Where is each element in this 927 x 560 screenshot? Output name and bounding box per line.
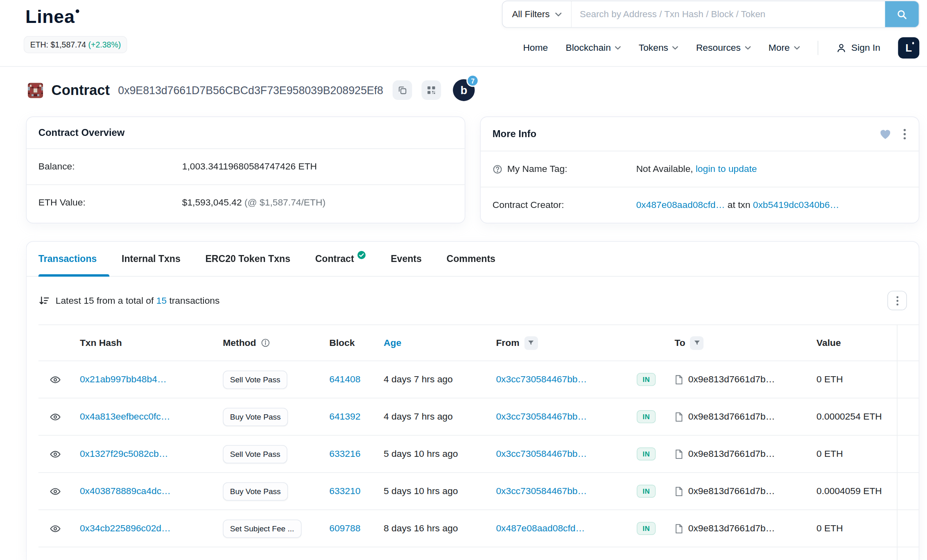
to-address[interactable]: 0x9e813d7661d7b… bbox=[688, 486, 775, 497]
column-label: Method bbox=[223, 337, 256, 348]
tab-internal-txns[interactable]: Internal Txns bbox=[109, 242, 193, 276]
eye-icon bbox=[50, 448, 61, 459]
summary-suffix: transactions bbox=[169, 295, 219, 305]
balance-value: 1,003.34119680584747426 ETH bbox=[182, 161, 317, 172]
blockscan-chat-button[interactable]: b 7 bbox=[453, 79, 475, 101]
age-text: 5 days 10 hrs ago bbox=[384, 486, 458, 497]
to-address[interactable]: 0x9e813d7661d7b… bbox=[688, 411, 775, 422]
txn-value: 0.0004059 ETH bbox=[816, 486, 882, 497]
creator-txn-link[interactable]: 0xb5419dc0340b6… bbox=[753, 200, 839, 210]
sort-icon bbox=[38, 295, 50, 306]
sign-in-button[interactable]: Sign In bbox=[836, 43, 880, 53]
tab-events[interactable]: Events bbox=[378, 242, 434, 276]
txn-hash-link[interactable]: 0x4a813eefbecc0fc… bbox=[80, 411, 170, 422]
person-icon bbox=[836, 43, 846, 53]
block-link[interactable]: 641392 bbox=[329, 411, 360, 422]
from-address-link[interactable]: 0x3cc730584467bb… bbox=[496, 374, 587, 385]
age-sort-link[interactable]: Age bbox=[384, 337, 401, 348]
eth-value-amount: $1,593,045.42 bbox=[182, 197, 242, 208]
contract-file-icon bbox=[674, 486, 683, 497]
qr-code-button[interactable] bbox=[422, 80, 441, 100]
from-address-link[interactable]: 0x3cc730584467bb… bbox=[496, 411, 587, 422]
block-link[interactable]: 633216 bbox=[329, 449, 360, 459]
from-address-link[interactable]: 0x3cc730584467bb… bbox=[496, 449, 587, 459]
block-link[interactable]: 633210 bbox=[329, 486, 360, 497]
linea-logo-dot-icon bbox=[76, 9, 79, 13]
contract-file-icon bbox=[674, 449, 683, 459]
nav-item-resources[interactable]: Resources bbox=[696, 43, 751, 53]
more-info-menu-button[interactable] bbox=[902, 127, 907, 140]
search-button[interactable] bbox=[885, 1, 919, 27]
column-label: To bbox=[674, 337, 685, 348]
block-link[interactable]: 641408 bbox=[329, 374, 360, 385]
login-to-update-link[interactable]: login to update bbox=[696, 164, 757, 174]
from-filter-button[interactable] bbox=[524, 336, 538, 350]
table-summary-row: Latest 15 from a total of 15 transaction… bbox=[27, 277, 919, 325]
tab-contract[interactable]: Contract bbox=[303, 242, 378, 276]
kebab-menu-icon bbox=[903, 129, 906, 139]
copy-address-button[interactable] bbox=[393, 80, 412, 100]
chevron-down-icon bbox=[555, 12, 561, 16]
from-address-link[interactable]: 0x487e08aad08cfd… bbox=[496, 523, 585, 534]
nav-item-home[interactable]: Home bbox=[523, 43, 548, 53]
table-row-partial bbox=[38, 547, 919, 560]
kebab-menu-icon bbox=[896, 296, 898, 305]
contract-address: 0x9E813d7661D7B56CBCd3F73E958039B208925E… bbox=[118, 84, 383, 97]
info-circle-icon[interactable] bbox=[261, 338, 270, 348]
tab-erc20-token-txns[interactable]: ERC20 Token Txns bbox=[193, 242, 303, 276]
search-filter-label: All Filters bbox=[512, 9, 549, 20]
method-badge: Set Subject Fee ... bbox=[223, 519, 301, 537]
tab-transactions[interactable]: Transactions bbox=[38, 242, 109, 276]
direction-badge: IN bbox=[637, 447, 656, 461]
direction-badge: IN bbox=[637, 485, 656, 498]
nav-label: More bbox=[769, 43, 790, 53]
tab-comments[interactable]: Comments bbox=[434, 242, 508, 276]
linea-logo[interactable]: Linea bbox=[25, 7, 79, 28]
name-tag-label-text: My Name Tag: bbox=[507, 164, 568, 174]
at-txn-text: at txn bbox=[728, 200, 751, 210]
table-row: 0x4a813eefbecc0fc… Buy Vote Pass 641392 … bbox=[38, 398, 919, 436]
funnel-icon bbox=[693, 339, 700, 346]
summary-count-link[interactable]: 15 bbox=[156, 295, 167, 305]
preview-txn-button[interactable] bbox=[47, 371, 63, 388]
creator-address-link[interactable]: 0x487e08aad08cfd… bbox=[636, 200, 725, 210]
nav-item-blockchain[interactable]: Blockchain bbox=[566, 43, 621, 53]
favorite-button[interactable] bbox=[877, 127, 892, 140]
search-filter-select[interactable]: All Filters bbox=[502, 1, 572, 27]
direction-badge: IN bbox=[637, 373, 656, 386]
preview-txn-button[interactable] bbox=[47, 520, 63, 537]
from-address-link[interactable]: 0x3cc730584467bb… bbox=[496, 486, 587, 497]
nav-item-tokens[interactable]: Tokens bbox=[639, 43, 678, 53]
qr-code-icon bbox=[426, 85, 436, 95]
main-nav: Home Blockchain Tokens Resources More Si… bbox=[523, 37, 919, 59]
contract-identicon bbox=[28, 82, 43, 98]
preview-txn-button[interactable] bbox=[47, 483, 63, 499]
eth-price-badge[interactable]: ETH: $1,587.74 (+2.38%) bbox=[24, 36, 127, 53]
search-input[interactable] bbox=[572, 1, 885, 27]
contract-file-icon bbox=[674, 412, 683, 422]
name-tag-label: My Name Tag: bbox=[493, 164, 636, 174]
method-badge: Buy Vote Pass bbox=[223, 408, 288, 426]
linea-app-button[interactable]: L bbox=[898, 37, 919, 59]
notification-count-badge: 7 bbox=[466, 75, 479, 87]
to-address[interactable]: 0x9e813d7661d7b… bbox=[688, 374, 775, 385]
preview-txn-button[interactable] bbox=[47, 409, 63, 425]
to-address[interactable]: 0x9e813d7661d7b… bbox=[688, 523, 775, 534]
txn-hash-link[interactable]: 0x403878889ca4dc… bbox=[80, 486, 171, 497]
txn-hash-link[interactable]: 0x21ab997bb48b4… bbox=[80, 374, 167, 385]
nav-label: Home bbox=[523, 43, 548, 53]
blockscan-letter: b bbox=[461, 84, 468, 97]
age-text: 8 days 16 hrs ago bbox=[384, 523, 458, 534]
nav-item-more[interactable]: More bbox=[769, 43, 800, 53]
eth-value: $1,593,045.42 (@ $1,587.74/ETH) bbox=[182, 197, 326, 208]
balance-row: Balance: 1,003.34119680584747426 ETH bbox=[27, 149, 465, 185]
txn-hash-link[interactable]: 0x34cb225896c02d… bbox=[80, 523, 171, 534]
preview-txn-button[interactable] bbox=[47, 446, 63, 462]
top-bar: Linea ETH: $1,587.74 (+2.38%) All Filter… bbox=[0, 0, 927, 67]
block-link[interactable]: 609788 bbox=[329, 523, 360, 534]
to-address[interactable]: 0x9e813d7661d7b… bbox=[688, 449, 775, 459]
table-options-button[interactable] bbox=[887, 291, 907, 310]
txn-hash-link[interactable]: 0x1327f29c5082cb… bbox=[80, 449, 168, 459]
more-info-header: More Info bbox=[481, 117, 919, 151]
to-filter-button[interactable] bbox=[690, 336, 703, 350]
